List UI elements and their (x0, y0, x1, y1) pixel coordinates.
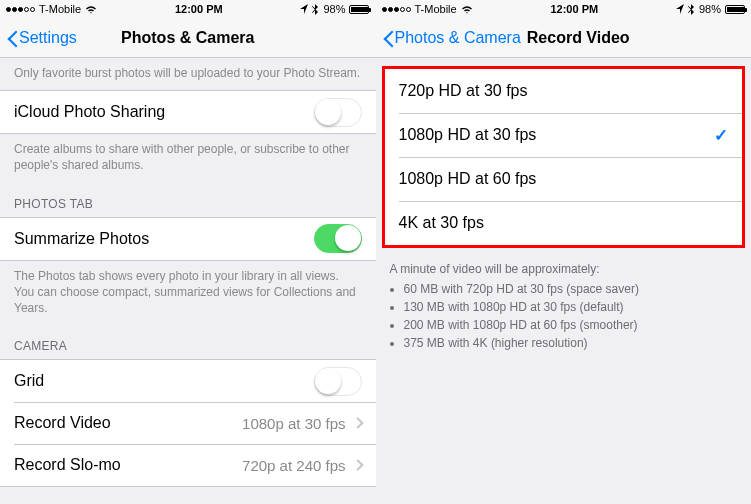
battery-pct-label: 98% (699, 3, 721, 15)
summarize-photos-row[interactable]: Summarize Photos (0, 218, 376, 260)
size-footer-title: A minute of video will be approximately: (376, 258, 752, 276)
chevron-left-icon (8, 29, 19, 47)
page-title: Record Video (527, 29, 630, 47)
status-bar: T-Mobile 12:00 PM 98% (376, 0, 752, 18)
content-scroll[interactable]: Only favorite burst photos will be uploa… (0, 58, 376, 504)
video-option-row[interactable]: 1080p HD at 60 fps (385, 157, 743, 201)
bluetooth-icon (312, 4, 319, 15)
location-icon (676, 4, 684, 14)
battery-icon (725, 5, 745, 14)
checkmark-icon: ✓ (714, 125, 728, 146)
video-option-row[interactable]: 4K at 30 fps (385, 201, 743, 245)
chevron-right-icon (352, 417, 363, 428)
video-option-row[interactable]: 720p HD at 30 fps (385, 69, 743, 113)
back-button[interactable]: Photos & Camera (384, 29, 521, 47)
signal-dots-icon (382, 7, 411, 12)
size-footer-item: 200 MB with 1080p HD at 60 fps (smoother… (404, 316, 738, 334)
status-bar: T-Mobile 12:00 PM 98% (0, 0, 376, 18)
summarize-footer-text: The Photos tab shows every photo in your… (0, 261, 376, 326)
bluetooth-icon (688, 4, 695, 15)
size-footer-item: 60 MB with 720p HD at 30 fps (space save… (404, 280, 738, 298)
navbar: Settings Photos & Camera (0, 18, 376, 58)
video-option-row[interactable]: 1080p HD at 30 fps✓ (385, 113, 743, 157)
back-button[interactable]: Settings (8, 29, 77, 47)
battery-pct-label: 98% (323, 3, 345, 15)
record-slomo-label: Record Slo-mo (14, 456, 121, 474)
carrier-label: T-Mobile (415, 3, 457, 15)
wifi-icon (461, 5, 473, 14)
carrier-label: T-Mobile (39, 3, 81, 15)
size-footer-list: 60 MB with 720p HD at 30 fps (space save… (376, 276, 752, 356)
size-footer-item: 130 MB with 1080p HD at 30 fps (default) (404, 298, 738, 316)
record-slomo-value: 720p at 240 fps (242, 457, 345, 474)
right-screen: T-Mobile 12:00 PM 98% Photos & Camera Re… (376, 0, 752, 504)
record-slomo-row[interactable]: Record Slo-mo 720p at 240 fps (0, 444, 376, 486)
highlighted-options-box: 720p HD at 30 fps1080p HD at 30 fps✓1080… (382, 66, 746, 248)
icloud-footer-text: Create albums to share with other people… (0, 134, 376, 182)
battery-icon (349, 5, 369, 14)
navbar: Photos & Camera Record Video (376, 18, 752, 58)
grid-label: Grid (14, 372, 44, 390)
camera-header: CAMERA (0, 325, 376, 359)
record-video-label: Record Video (14, 414, 111, 432)
burst-footer-text: Only favorite burst photos will be uploa… (0, 58, 376, 90)
clock-label: 12:00 PM (550, 3, 598, 15)
page-title: Photos & Camera (121, 29, 254, 47)
icloud-sharing-label: iCloud Photo Sharing (14, 103, 165, 121)
size-footer-item: 375 MB with 4K (higher resolution) (404, 334, 738, 352)
video-option-label: 1080p HD at 30 fps (399, 126, 537, 144)
icloud-photo-sharing-row[interactable]: iCloud Photo Sharing (0, 91, 376, 133)
left-screen: T-Mobile 12:00 PM 98% Settings Photos & … (0, 0, 376, 504)
chevron-right-icon (352, 459, 363, 470)
back-label: Settings (19, 29, 77, 47)
record-video-value: 1080p at 30 fps (242, 415, 345, 432)
clock-label: 12:00 PM (175, 3, 223, 15)
video-option-label: 1080p HD at 60 fps (399, 170, 537, 188)
summarize-label: Summarize Photos (14, 230, 149, 248)
back-label: Photos & Camera (395, 29, 521, 47)
summarize-switch[interactable] (314, 224, 362, 253)
video-option-label: 720p HD at 30 fps (399, 82, 528, 100)
wifi-icon (85, 5, 97, 14)
icloud-sharing-switch[interactable] (314, 98, 362, 127)
content-scroll[interactable]: 720p HD at 30 fps1080p HD at 30 fps✓1080… (376, 58, 752, 504)
signal-dots-icon (6, 7, 35, 12)
record-video-row[interactable]: Record Video 1080p at 30 fps (0, 402, 376, 444)
grid-row[interactable]: Grid (0, 360, 376, 402)
video-option-label: 4K at 30 fps (399, 214, 484, 232)
grid-switch[interactable] (314, 367, 362, 396)
location-icon (300, 4, 308, 14)
chevron-left-icon (384, 29, 395, 47)
photos-tab-header: PHOTOS TAB (0, 183, 376, 217)
